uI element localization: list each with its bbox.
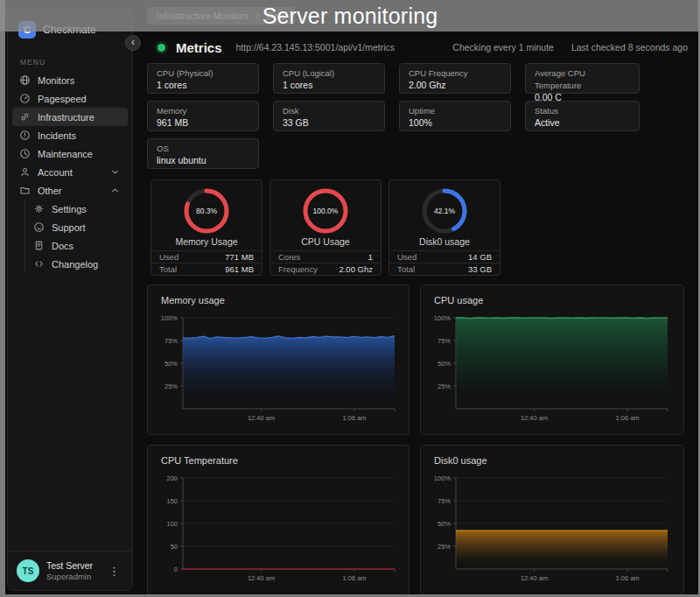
sidebar-item-maintenance[interactable]: Maintenance [12, 144, 128, 163]
chart-title: CPU usage [421, 285, 683, 306]
chevron-down-icon [109, 166, 121, 178]
stat-value: Active [535, 117, 630, 130]
sidebar-item-incidents[interactable]: Incidents [12, 126, 128, 144]
gauge-row-value: 14 GB [468, 252, 492, 262]
gauge-rows: Used771 MBTotal961 MB [151, 250, 262, 275]
gauge-title: CPU Usage [270, 236, 381, 247]
sidebar-item-pagespeed[interactable]: Pagespeed [12, 89, 128, 108]
gauge-row-label: Used [159, 252, 178, 262]
gear-icon [33, 203, 45, 214]
main-content: Metrics http://64.23.145.13:5001/api/v1/… [140, 32, 698, 594]
sidebar-subitem-support[interactable]: Support [26, 218, 128, 236]
chart-title: Memory usage [148, 285, 409, 306]
charts-grid: Memory usage25%50%75%100%12:40 am1:06 am… [147, 284, 688, 594]
gauge-row: Used14 GB [389, 250, 500, 263]
status-dot-icon [158, 44, 165, 52]
user-name: Test Server [46, 560, 93, 571]
gauge-rows: Cores1Frequency2.00 Ghz [270, 250, 381, 275]
alert-circle-icon [19, 130, 31, 141]
svg-text:1:06 am: 1:06 am [342, 574, 366, 582]
chart-card-disk0-usage: Disk0 usage25%50%75%100%12:40 am1:06 am [420, 445, 684, 594]
gauge-row-label: Frequency [278, 264, 318, 274]
svg-text:25%: 25% [438, 543, 451, 551]
svg-text:50%: 50% [438, 520, 451, 528]
svg-text:50%: 50% [164, 360, 178, 368]
svg-text:1:06 am: 1:06 am [615, 414, 639, 422]
sidebar-item-account[interactable]: Account [12, 163, 128, 181]
gauge-title: Memory Usage [151, 236, 262, 247]
gauge-percent: 42.1% [420, 186, 469, 235]
svg-text:25%: 25% [164, 383, 178, 390]
page-title: Metrics [176, 40, 222, 55]
sidebar-subnav: SettingsSupportDocsChangelog [24, 200, 132, 273]
stat-label: Average CPU Temperature [535, 67, 630, 92]
gauge-row-label: Total [159, 264, 177, 274]
stat-label: CPU (Physical) [157, 67, 249, 80]
chart-plot: 05010015020012:40 am1:06 am [148, 471, 409, 592]
screen-title: Server monitoring [262, 4, 438, 29]
gauge-title: Disk0 usage [389, 236, 500, 247]
sidebar-item-monitors[interactable]: Monitors [12, 71, 128, 89]
sidebar-item-other[interactable]: Other [12, 181, 128, 200]
stat-card-status: StatusActive [525, 101, 640, 131]
gauge-row: Total33 GB [389, 263, 500, 275]
clock-icon [19, 148, 31, 159]
menu-section-label: MENU [20, 58, 132, 67]
stat-label: Disk [283, 105, 375, 117]
user-row[interactable]: TS Test Server Superadmin ⋮ [8, 551, 132, 590]
svg-text:75%: 75% [438, 337, 451, 345]
sidebar-item-label: Account [38, 167, 73, 178]
stat-value: linux ubuntu [157, 155, 249, 167]
gauge-row: Total961 MB [151, 263, 262, 275]
stat-card-average-cpu-temperature: Average CPU Temperature0.00 C [525, 63, 640, 94]
chart-plot: 25%50%75%100%12:40 am1:06 am [421, 471, 682, 592]
gauge-row-label: Used [397, 252, 416, 262]
gauge-ring-icon: 80.3% [182, 186, 231, 235]
svg-text:12:40 am: 12:40 am [521, 414, 548, 422]
sidebar-subitem-settings[interactable]: Settings [26, 200, 128, 218]
stat-value: 961 MB [157, 117, 249, 130]
sidebar-item-label: Infrastructure [38, 112, 94, 123]
svg-text:75%: 75% [164, 337, 178, 345]
stat-value: 33 GB [283, 117, 375, 130]
stat-value: 100% [409, 117, 501, 130]
stats-grid: CPU (Physical)1 coresCPU (Logical)1 core… [147, 63, 688, 169]
chevron-up-icon [109, 185, 121, 196]
user-menu-kebab-icon[interactable]: ⋮ [105, 563, 123, 579]
sidebar-subitem-docs[interactable]: Docs [26, 236, 128, 255]
stat-label: OS [157, 143, 249, 155]
stat-card-uptime: Uptime100% [399, 101, 511, 131]
gauge-row-label: Cores [278, 252, 300, 262]
gauge-ring-icon: 100.0% [301, 186, 350, 235]
speedometer-icon [19, 93, 31, 104]
stat-value: 2.00 Ghz [409, 80, 501, 92]
svg-text:12:40 am: 12:40 am [521, 574, 548, 582]
docs-icon [33, 240, 45, 251]
support-icon [33, 221, 45, 233]
gauge-rows: Used14 GBTotal33 GB [389, 250, 500, 275]
gauge-ring-icon: 42.1% [420, 186, 469, 235]
checking-interval-text: Checking every 1 minute [452, 42, 554, 53]
chart-card-memory-usage: Memory usage25%50%75%100%12:40 am1:06 am [147, 284, 410, 435]
chevron-down-icon [109, 166, 121, 178]
svg-text:50: 50 [171, 543, 178, 551]
stat-card-disk: Disk33 GB [273, 101, 385, 131]
page-header: Metrics http://64.23.145.13:5001/api/v1/… [158, 37, 688, 58]
gauge-row: Frequency2.00 Ghz [270, 263, 381, 275]
svg-text:100%: 100% [434, 474, 452, 482]
sidebar-collapse-button[interactable]: ‹ [125, 35, 141, 51]
stat-label: Memory [157, 105, 249, 117]
sidebar-subitem-changelog[interactable]: Changelog [26, 255, 128, 273]
gauge-row-value: 961 MB [225, 264, 254, 274]
sidebar-item-infrastructure[interactable]: Infrastructure [12, 108, 128, 126]
sidebar-item-label: Other [38, 186, 62, 196]
gauge-row-value: 33 GB [468, 264, 492, 274]
stat-card-os: OSlinux ubuntu [147, 138, 259, 169]
sidebar: C Checkmate MENU MonitorsPagespeedInfras… [7, 9, 133, 591]
stat-card-memory: Memory961 MB [147, 101, 259, 131]
gauge-card-cpu-usage: 100.0%CPU UsageCores1Frequency2.00 Ghz [270, 179, 382, 276]
svg-text:100%: 100% [161, 314, 178, 322]
stat-label: Uptime [409, 105, 501, 117]
stat-card-cpu-physical-: CPU (Physical)1 cores [147, 63, 259, 94]
link-icon [19, 111, 31, 123]
